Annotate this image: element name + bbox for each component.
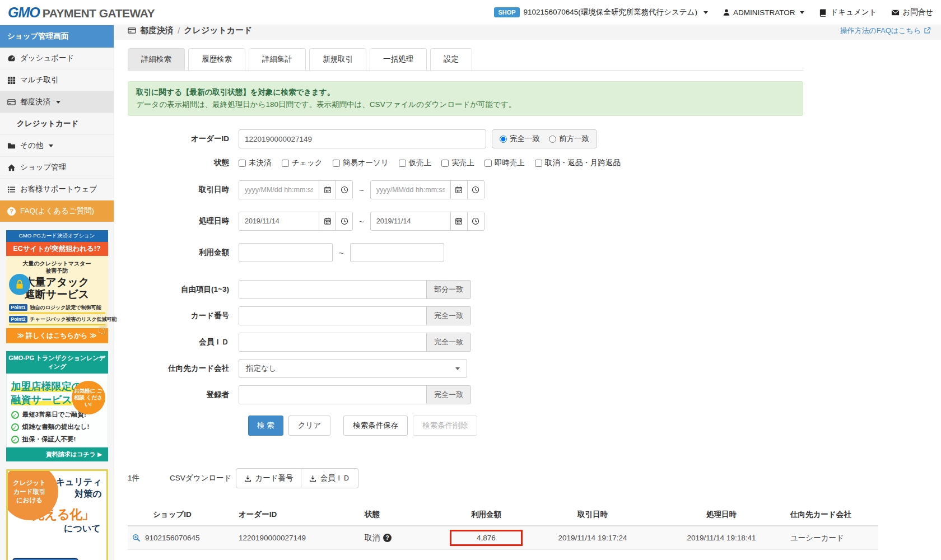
sidebar-item-multi-transaction[interactable]: マルチ取引	[0, 69, 114, 91]
calendar-icon-button[interactable]	[319, 212, 336, 230]
ad-banner-attack-block[interactable]: GMO-PGカード決済オプション ECサイトが突然狙われる!? 大量のクレジット…	[6, 230, 108, 343]
proc-date-from-input[interactable]	[239, 212, 319, 230]
match-prefix-radio[interactable]: 前方一致	[549, 134, 589, 144]
sidebar-item-faq[interactable]: ? FAQ(よくあるご質問)	[0, 200, 114, 222]
tab-settings[interactable]: 設定	[430, 48, 472, 71]
calendar-icon-button[interactable]	[319, 181, 336, 199]
order-id-input[interactable]	[239, 129, 486, 148]
member-id-input[interactable]	[239, 333, 426, 351]
ad1-cta-label: ≫ 詳しくはこちらから ≫	[17, 332, 96, 339]
save-search-conditions-button[interactable]: 検索条件保存	[343, 416, 408, 436]
ad1-cta[interactable]: ≫ 詳しくはこちらから ≫ ☝	[6, 328, 108, 343]
ad-banner-lending[interactable]: GMO-PG トランザクションレンディング 加盟店様限定の 融資サービス お気軽…	[6, 351, 108, 462]
breadcrumb-section[interactable]: 都度決済	[140, 25, 174, 36]
status-checkbox-actual-sales[interactable]: 実売上	[441, 158, 474, 168]
clear-button[interactable]: クリア	[288, 416, 330, 436]
tab-new-transaction[interactable]: 新規取引	[309, 48, 366, 71]
csv-download-label: CSVダウンロード	[170, 473, 231, 483]
sidebar-item-dashboard[interactable]: ダッシュボード	[0, 48, 114, 69]
csv-card-number-button[interactable]: カード番号	[236, 468, 301, 488]
status-checkbox-provisional-sales[interactable]: 仮売上	[399, 158, 432, 168]
match-prefix-radio-input[interactable]	[549, 136, 556, 143]
search-button[interactable]: 検 索	[248, 416, 283, 436]
tab-history-search[interactable]: 履歴検索	[188, 48, 245, 71]
faq-help-link[interactable]: 操作方法のFAQはこちら	[840, 25, 931, 40]
credit-card-icon	[128, 26, 136, 35]
amount-highlight-annotation: 4,876	[450, 530, 523, 546]
col-txn-date: 取引日時	[528, 505, 657, 526]
download-icon	[309, 475, 316, 482]
clock-icon-button[interactable]	[467, 181, 484, 199]
checkbox[interactable]	[441, 160, 449, 167]
status-checkbox-immediate-sales[interactable]: 即時売上	[485, 158, 525, 168]
calendar-icon-button[interactable]	[450, 212, 467, 230]
status-help-icon[interactable]: ?	[383, 534, 392, 542]
sidebar-item-label: マルチ取引	[20, 75, 58, 85]
sidebar-item-shop-admin[interactable]: ショップ管理	[0, 157, 114, 179]
cell-proc-date: 2019/11/14 19:18:41	[657, 526, 786, 550]
status-checkbox-check[interactable]: チェック	[282, 158, 323, 168]
ad1-subline2: 被害予防	[8, 267, 106, 274]
proc-date-to-input[interactable]	[371, 212, 450, 230]
col-card-company: 仕向先カード会社	[786, 505, 878, 526]
tab-batch-process[interactable]: 一括処理	[370, 48, 427, 71]
status-checkbox-simple-auth[interactable]: 簡易オーソリ	[333, 158, 389, 168]
free-item-label: 自由項目(1~3)	[128, 284, 239, 295]
sidebar-item-label: ダッシュボード	[20, 53, 74, 63]
checkbox[interactable]	[239, 160, 246, 167]
home-icon	[7, 164, 16, 172]
txn-date-from-input[interactable]	[239, 181, 319, 199]
sidebar-item-label: FAQ(よくあるご質問)	[20, 206, 94, 216]
match-exact-radio[interactable]: 完全一致	[500, 134, 540, 144]
txn-date-to-input[interactable]	[371, 181, 450, 199]
checkbox[interactable]	[399, 160, 406, 167]
sidebar-item-credit-card[interactable]: クレジットカード	[0, 113, 114, 135]
csv-member-id-button[interactable]: 会員ＩＤ	[301, 468, 358, 488]
delete-search-conditions-button[interactable]: 検索条件削除	[413, 416, 477, 436]
chevron-down-icon	[56, 101, 60, 104]
contact-label: お問合せ	[902, 7, 933, 17]
match-exact-radio-input[interactable]	[500, 136, 507, 143]
sidebar-item-label: 都度決済	[20, 97, 50, 107]
administrator-menu[interactable]: ADMINISTRATOR	[723, 8, 805, 17]
documents-link[interactable]: ドキュメント	[819, 7, 877, 17]
card-number-input[interactable]	[239, 307, 426, 325]
amount-to-input[interactable]	[350, 243, 444, 262]
grid-icon	[7, 76, 16, 85]
sidebar-item-per-payment[interactable]: 都度決済	[0, 91, 114, 113]
free-item-match-type: 部分一致	[426, 281, 470, 298]
zoom-in-icon[interactable]	[132, 534, 141, 542]
clock-icon	[341, 186, 348, 194]
registrant-input[interactable]	[239, 386, 426, 404]
checkbox[interactable]	[333, 160, 340, 167]
faq-help-link-label: 操作方法のFAQはこちら	[840, 26, 921, 36]
status-checkbox-cancel-return[interactable]: 取消・返品・月跨返品	[535, 158, 621, 168]
sidebar-item-other[interactable]: その他	[0, 135, 114, 157]
card-company-select[interactable]: 指定なし	[239, 359, 467, 378]
clock-icon-button[interactable]	[336, 181, 352, 199]
calendar-icon-button[interactable]	[450, 181, 467, 199]
tab-detail-summary[interactable]: 詳細集計	[249, 48, 306, 71]
clock-icon-button[interactable]	[336, 212, 352, 230]
table-row: 9102156070645 1220190000027149 取消 ?	[128, 526, 878, 550]
calendar-icon	[455, 217, 463, 225]
ad-banner-visualization[interactable]: クレジット カード取引 における セキュリティ 対策の 「見える化」 について …	[6, 469, 108, 560]
checkbox[interactable]	[485, 160, 492, 167]
amount-from-input[interactable]	[239, 243, 333, 262]
ad2-cta[interactable]: 資料請求はコチラ ▶	[6, 447, 108, 461]
csv-member-id-label: 会員ＩＤ	[320, 473, 350, 483]
tab-detail-search[interactable]: 詳細検索	[128, 48, 185, 71]
sidebar-item-label: クレジットカード	[17, 119, 78, 129]
ad2-consult-badge: お気軽に ご相談 ください!	[72, 381, 105, 414]
checkbox[interactable]	[535, 160, 542, 167]
clock-icon-button[interactable]	[467, 212, 484, 230]
credit-card-graphic: ◀ CREDIT CARD XXXX-XXXX-XXXX	[12, 558, 78, 560]
contact-link[interactable]: お問合せ	[891, 7, 933, 17]
sidebar-item-support-web[interactable]: お客様サポートウェブ	[0, 179, 114, 200]
free-item-input[interactable]	[239, 281, 426, 298]
status-checkbox-unsettled[interactable]: 未決済	[239, 158, 272, 168]
checkbox-label: 未決済	[249, 158, 272, 168]
checkbox[interactable]	[282, 160, 289, 167]
gmo-logo[interactable]: GMO PAYMENT GATEWAY	[8, 4, 155, 21]
shop-selector[interactable]: SHOP 9102156070645(環境保全研究所業務代行システム)	[494, 7, 708, 17]
